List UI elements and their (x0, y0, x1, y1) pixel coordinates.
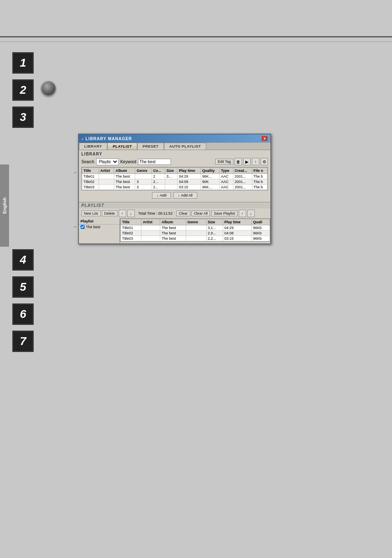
step-2-box: 2 (12, 79, 34, 101)
header (0, 0, 392, 37)
edit-tag-button[interactable]: Edit Tag (215, 159, 233, 164)
delete-button[interactable]: Delete (102, 211, 118, 216)
add-down-icon: ↓ (157, 193, 159, 197)
step-6-box: 6 (12, 303, 34, 325)
divider (0, 42, 392, 42)
playlist-list-header: Playlist (79, 218, 120, 225)
step-7-row: 7 (12, 331, 380, 352)
search-dropdown[interactable]: Playlist Artist Album (96, 158, 119, 165)
library-table-body: Title01The best23...04:2996K...AAC2001..… (82, 174, 267, 190)
playlist-tracks: Title Artist Album Genre Size Play time … (120, 218, 270, 243)
pl-up-icon-btn[interactable]: ↑ (119, 210, 126, 217)
pl-col-genre: Genre (186, 219, 206, 225)
col-genre: Genre (135, 168, 152, 174)
col-title: Title (82, 168, 99, 174)
window-titlebar: ♪ Library Manager X (79, 134, 270, 143)
step-2-text (38, 79, 56, 96)
music-icon: ♪ (81, 137, 84, 141)
arrow-library: ← (73, 170, 78, 175)
search-actions: Edit Tag 🗑 ▶ ↑ ⚙ (215, 158, 268, 165)
pl-col-album: Album (160, 219, 186, 225)
col-artist: Artist (99, 168, 114, 174)
playlist-item-checkbox[interactable] (81, 225, 85, 229)
playlist-list: Playlist The best (79, 218, 120, 243)
step-4-row: 4 (12, 249, 380, 271)
playlist-items-container: The best (79, 225, 120, 229)
pl-col-artist: Artist (141, 219, 160, 225)
col-album: Album (114, 168, 135, 174)
music-software-icon (41, 81, 56, 96)
main-content: 1 2 3 ← ← ♪ Library Manager (0, 48, 392, 366)
playlist-table: Title Artist Album Genre Size Play time … (120, 219, 270, 241)
playlist-item[interactable]: The best (79, 225, 120, 229)
library-manager-window: ♪ Library Manager X LIBRARY PLAYLIST PRE… (78, 134, 271, 244)
playlist-table-body: Title01The best3,1...04:2996KbTitle02The… (121, 225, 270, 241)
save-playlist-button[interactable]: Save Playlist (211, 211, 238, 216)
pl-col-size: Size (206, 219, 223, 225)
new-list-button[interactable]: New List (81, 211, 101, 216)
library-table-row[interactable]: Title01The best23...04:2996K...AAC2001..… (82, 174, 267, 179)
col-type: Type (219, 168, 233, 174)
keyword-input[interactable] (138, 159, 171, 165)
step-6-row: 6 (12, 303, 380, 325)
playlist-table-wrapper: Title Artist Album Genre Size Play time … (120, 218, 270, 242)
trash-icon-btn[interactable]: 🗑 (235, 158, 242, 165)
options-icon-btn[interactable]: ⚙ (261, 158, 268, 165)
col-quality: Quality (201, 168, 220, 174)
playlist-content: Playlist The best Title Artist Album (79, 218, 270, 243)
step-4-box: 4 (12, 249, 34, 271)
keyword-label: Keyword (120, 160, 136, 164)
step-2-row: 2 (12, 79, 380, 101)
tab-preset[interactable]: PRESET (137, 143, 164, 150)
header-box (8, 7, 384, 32)
pl-col-quality: Quali (251, 219, 270, 225)
tab-row: LIBRARY PLAYLIST PRESET AUTO PLAYLIST (79, 143, 270, 150)
clear-all-button[interactable]: Clear All (191, 211, 210, 216)
step-1-row: 1 (12, 52, 380, 74)
clear-button[interactable]: Clear (176, 211, 190, 216)
col-playtime: Play time (178, 168, 201, 174)
col-created: Creat... (233, 168, 252, 174)
pl-col-playtime: Play time (223, 219, 252, 225)
play-icon-btn[interactable]: ▶ (243, 158, 251, 165)
col-size: Size (165, 168, 177, 174)
add-buttons: ↓ Add ↓ Add All (81, 192, 268, 199)
library-header: Library (81, 152, 268, 156)
playlist-controls: New List Delete ↑ ↓ Total Time : 00:11:5… (79, 208, 270, 218)
playlist-table-row[interactable]: Title02The best2,9...04:0896Kb (121, 231, 270, 236)
step-5-box: 5 (12, 276, 34, 298)
window-title: ♪ Library Manager (81, 137, 132, 141)
step-7-box: 7 (12, 331, 34, 352)
pl-col-title: Title (121, 219, 141, 225)
playlist-table-header-row: Title Artist Album Genre Size Play time … (121, 219, 270, 225)
library-table-row[interactable]: Title02The best32...04:0990KAAC2001...Th… (82, 179, 267, 185)
tab-library[interactable]: LIBRARY (79, 143, 107, 150)
step-3-row: 3 (12, 107, 380, 128)
playlist-table-row[interactable]: Title03The best2,2...03:1596Kb (121, 236, 270, 241)
search-label: Search (81, 160, 95, 164)
library-section: Library Search Playlist Artist Album Key… (79, 150, 270, 202)
library-table: Title Artist Album Genre Co... Size Play… (82, 167, 267, 190)
library-table-row[interactable]: Title03The best32...03:1596K...AAC2001..… (82, 185, 267, 190)
search-bar: Search Playlist Artist Album Keyword Edi… (81, 158, 268, 165)
add-all-button[interactable]: ↓ Add All (173, 192, 197, 199)
tab-auto-playlist[interactable]: AUTO PLAYLIST (164, 143, 206, 150)
pl-ctrl-up-btn[interactable]: ↑ (239, 210, 246, 217)
playlist-section-header: PLAYLIST (79, 202, 270, 208)
up-icon-btn[interactable]: ↑ (252, 158, 259, 165)
library-table-header-row: Title Artist Album Genre Co... Size Play… (82, 168, 267, 174)
col-file: File n (252, 168, 267, 174)
add-button[interactable]: ↓ Add (152, 192, 171, 199)
close-button[interactable]: X (261, 136, 268, 141)
pl-down-icon-btn[interactable]: ↓ (127, 210, 135, 217)
col-co: Co... (152, 168, 165, 174)
pl-ctrl-down-btn[interactable]: ↓ (247, 210, 255, 217)
step-3-box: 3 (12, 107, 34, 128)
tab-playlist[interactable]: PLAYLIST (107, 143, 137, 150)
arrow-playlist: ← (73, 224, 78, 229)
add-all-down-icon: ↓ (178, 193, 180, 197)
total-time: Total Time : 00:11:52 (138, 211, 173, 215)
library-table-wrapper: Title Artist Album Genre Co... Size Play… (81, 167, 268, 190)
playlist-table-row[interactable]: Title01The best3,1...04:2996Kb (121, 225, 270, 231)
step-1-box: 1 (12, 52, 34, 74)
